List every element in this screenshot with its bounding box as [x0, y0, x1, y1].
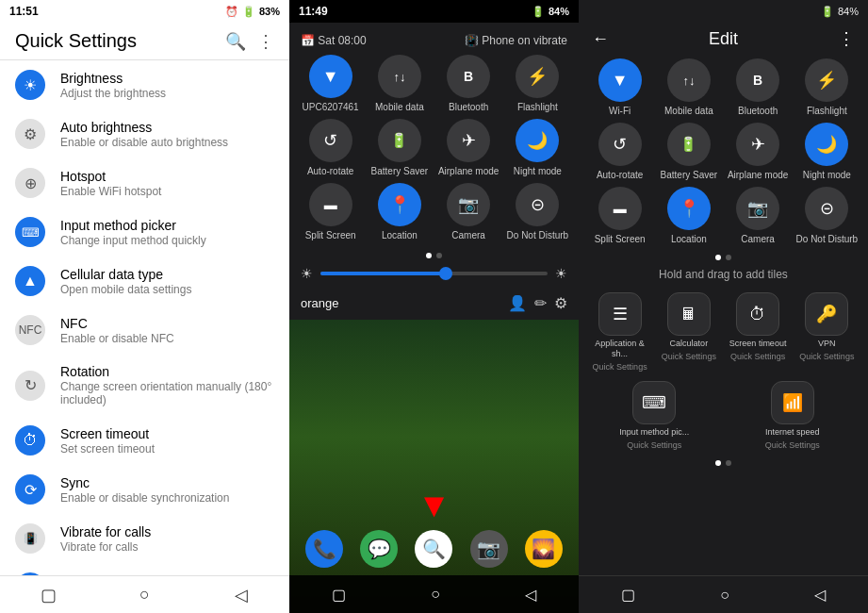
qs-tile-flashlight[interactable]: ⚡ Flashlight: [506, 55, 569, 113]
settings-item-nfc[interactable]: NFC NFC Enable or disable NFC: [0, 306, 289, 355]
battery-level: 83%: [259, 6, 280, 17]
settings-item-cellular[interactable]: ▲ Cellular data type Open mobile data se…: [0, 257, 289, 306]
settings-item-input-method[interactable]: ⌨ Input method picker Change input metho…: [0, 207, 289, 257]
p3-tile-location[interactable]: 📍 Location: [657, 187, 720, 245]
nav-circle-p2[interactable]: ○: [431, 586, 440, 603]
qs-tile-auto-rotate[interactable]: ↺ Auto-rotate: [299, 119, 362, 177]
settings-item-vpn[interactable]: 🔒 VPN Open VPN settings: [0, 563, 289, 575]
qs-tile-airplane[interactable]: ✈ Airplane mode: [437, 119, 500, 177]
extra-tile-vpn[interactable]: 🔑 VPN Quick Settings: [795, 292, 859, 372]
qs-tile-upc[interactable]: ▼ UPC6207461: [299, 55, 362, 113]
extra-tile-internet-speed[interactable]: 📶 Internet speed Quick Settings: [727, 381, 860, 451]
qs-tile-camera[interactable]: 📷 Camera: [437, 183, 500, 241]
extra-label-calculator: Calculator: [670, 339, 709, 349]
qs-tile-dnd[interactable]: ⊝ Do Not Disturb: [506, 183, 569, 241]
extra-icon-app-settings: ☰: [598, 292, 642, 336]
panel1-title: Quick Settings: [15, 30, 137, 52]
p3-label-battery-saver: Battery Saver: [661, 170, 718, 181]
nfc-icon: NFC: [15, 315, 45, 345]
settings-item-screen-timeout[interactable]: ⏱ Screen timeout Set screen timeout: [0, 416, 289, 465]
panel1-statusbar: 11:51 ⏰ 🔋 83%: [0, 0, 289, 23]
panel1-navbar: ▢ ○ ◁: [0, 575, 289, 613]
input-method-icon: ⌨: [15, 217, 45, 247]
extra-tile-screen-timeout[interactable]: ⏱ Screen timeout Quick Settings: [727, 292, 790, 372]
vibrate-title: Vibrate for calls: [60, 524, 274, 539]
rotation-title: Rotation: [60, 364, 274, 379]
p3-label-mobile-data: Mobile data: [664, 106, 713, 117]
p3-tile-night-mode[interactable]: 🌙 Night mode: [795, 123, 859, 181]
screen-timeout-subtitle: Set screen timeout: [60, 442, 274, 456]
settings-icon[interactable]: ⚙: [554, 294, 567, 312]
extra-tile-input-method[interactable]: ⌨ Input method pic... Quick Settings: [588, 381, 721, 451]
dock-gallery[interactable]: 🌄: [525, 530, 563, 568]
nav-circle-p3[interactable]: ○: [720, 587, 729, 604]
p3-dot-bottom-1: [715, 460, 721, 466]
p3-icon-night-mode: 🌙: [805, 123, 848, 166]
p3-tile-auto-rotate[interactable]: ↺ Auto-rotate: [588, 123, 651, 181]
more-options-icon[interactable]: ⋮: [257, 31, 274, 52]
p3-tile-bluetooth[interactable]: B Bluetooth: [727, 58, 790, 117]
qs-tile-label-flashlight: Flashlight: [517, 102, 558, 113]
p3-tile-camera[interactable]: 📷 Camera: [727, 187, 790, 245]
qs-tile-bluetooth[interactable]: B Bluetooth: [437, 55, 500, 113]
dock-phone[interactable]: 📞: [305, 530, 343, 568]
p3-icon-split-screen: ▬: [598, 187, 642, 230]
edit-icon[interactable]: ✏: [534, 294, 547, 312]
p3-tile-split-screen[interactable]: ▬ Split Screen: [588, 187, 651, 245]
qs-tile-mobile-data[interactable]: ↑↓ Mobile data: [368, 55, 431, 113]
p3-tile-wifi[interactable]: ▼ Wi-Fi: [588, 58, 651, 117]
battery-icon-p2: 🔋: [532, 6, 545, 18]
settings-item-rotation[interactable]: ↻ Rotation Change screen orientation man…: [0, 355, 289, 416]
settings-item-brightness[interactable]: ☀ Brightness Adjust the brightness: [0, 60, 289, 109]
qs-tile-night-mode[interactable]: 🌙 Night mode: [506, 119, 569, 177]
extra-label-screen-timeout: Screen timeout: [729, 339, 787, 349]
brightness-track[interactable]: [320, 272, 548, 275]
cellular-subtitle: Open mobile data settings: [60, 283, 274, 296]
nav-back-p2[interactable]: ◁: [525, 586, 536, 604]
auto-brightness-title: Auto brightness: [60, 120, 274, 135]
qs-tile-split-screen[interactable]: ▬ Split Screen: [299, 183, 362, 241]
p3-tile-dnd[interactable]: ⊝ Do Not Disturb: [795, 187, 859, 245]
extra-sublabel-screen-timeout: Quick Settings: [730, 352, 785, 362]
hotspot-title: Hotspot: [60, 169, 274, 184]
search-icon[interactable]: 🔍: [225, 31, 246, 52]
p3-icon-location: 📍: [667, 187, 711, 230]
user-avatar-icon[interactable]: 👤: [508, 294, 527, 312]
nav-back-p3[interactable]: ◁: [814, 586, 826, 604]
panel3-statusbar: 🔋 84%: [579, 0, 868, 23]
settings-item-sync[interactable]: ⟳ Sync Enable or disable synchronization: [0, 465, 289, 514]
extra-label-input-method: Input method pic...: [619, 427, 689, 438]
panel1-quick-settings: 11:51 ⏰ 🔋 83% Quick Settings 🔍 ⋮ ☀ Brigh…: [0, 0, 289, 613]
qs-tile-label-upc: UPC6207461: [303, 102, 359, 113]
p3-icon-battery-saver: 🔋: [667, 123, 711, 166]
qs-tile-battery-saver[interactable]: 🔋 Battery Saver: [368, 119, 431, 177]
settings-item-auto-brightness[interactable]: ⚙ Auto brightness Enable or disable auto…: [0, 109, 289, 158]
dock-camera[interactable]: 📷: [470, 530, 508, 568]
extra-tile-app-settings[interactable]: ☰ Application & sh... Quick Settings: [588, 292, 651, 372]
brightness-thumb: [439, 267, 452, 280]
p3-label-wifi: Wi-Fi: [609, 106, 631, 117]
settings-item-hotspot[interactable]: ⊕ Hotspot Enable WiFi hotspot: [0, 158, 289, 207]
brightness-icon: ☀: [15, 70, 45, 100]
nav-square-p2[interactable]: ▢: [332, 586, 346, 604]
p3-tile-battery-saver[interactable]: 🔋 Battery Saver: [657, 123, 720, 181]
nav-back[interactable]: ◁: [222, 581, 260, 609]
rotation-subtitle: Change screen orientation manually (180°…: [60, 380, 274, 406]
panel3-more-icon[interactable]: ⋮: [838, 28, 855, 49]
screen-timeout-icon: ⏱: [15, 425, 45, 456]
red-arrow: ▼: [418, 486, 451, 525]
brightness-title: Brightness: [60, 71, 274, 86]
extra-tile-calculator[interactable]: 🖩 Calculator Quick Settings: [657, 292, 720, 372]
dock-chrome[interactable]: 🔍: [415, 530, 452, 568]
nav-circle[interactable]: ○: [125, 581, 163, 609]
back-button[interactable]: ←: [592, 29, 609, 49]
p3-tile-airplane[interactable]: ✈ Airplane mode: [727, 123, 790, 181]
settings-item-vibrate[interactable]: 📳 Vibrate for calls Vibrate for calls: [0, 514, 289, 563]
p3-tile-flashlight[interactable]: ⚡ Flashlight: [795, 58, 859, 117]
dock-messages[interactable]: 💬: [360, 530, 398, 568]
qs-tile-location[interactable]: 📍 Location: [368, 183, 431, 241]
extra-icon-screen-timeout: ⏱: [736, 292, 779, 336]
nav-square-p3[interactable]: ▢: [621, 586, 635, 604]
nav-square[interactable]: ▢: [29, 581, 67, 609]
p3-tile-mobile-data[interactable]: ↑↓ Mobile data: [657, 58, 720, 117]
